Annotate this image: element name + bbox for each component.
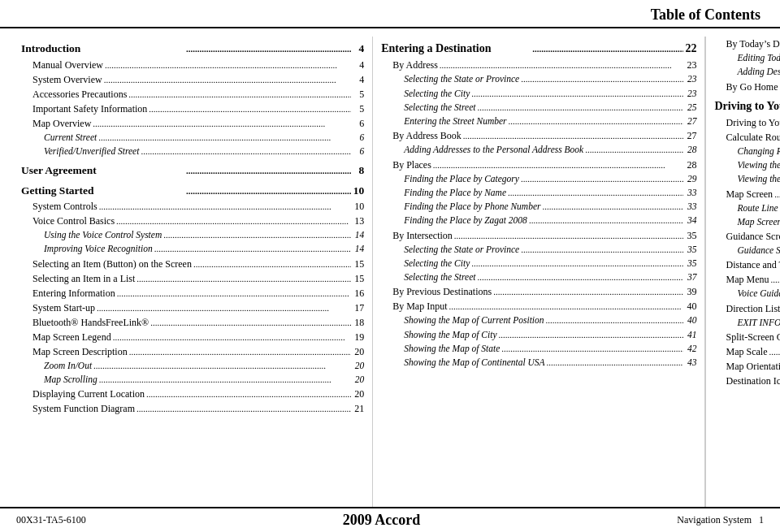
toc-entry: By Address .............................… [381,58,696,72]
toc-entry: Selecting an Item in a List ............… [21,271,364,286]
toc-entry-page: 35 [683,243,696,257]
toc-entry-title: Changing Routing Method [714,145,780,158]
toc-entry-title: Selecting an Item in a List [21,271,135,286]
toc-entry-title: Displaying Current Location [21,387,145,401]
toc-entry-page: 41 [683,328,696,342]
toc-entry-title: By Places [381,158,431,172]
toc-entry-page: 5 [351,102,364,116]
toc-entry-title: By Address [381,58,438,72]
section-heading: Driving to Your Destination ............… [714,98,780,115]
toc-entry-title: Editing Today’s Destinations List... [714,51,780,65]
toc-entry: Voice Control Basics ...................… [21,214,364,228]
section-heading-page: 4 [351,41,364,57]
toc-entry-title: Map Orientation [714,359,780,374]
section-heading-title: User Agreement [21,162,184,179]
toc-entry-page: 4 [351,58,364,72]
toc-entry-page: 20 [351,387,364,401]
toc-entry-page: 35 [683,257,696,270]
toc-entry: Destination Icon .......................… [714,374,780,388]
toc-entry: Selecting the State or Province ........… [381,243,696,257]
toc-entry-page: 14 [351,228,364,242]
toc-entry-title: Selecting the City [381,257,470,270]
toc-entry: Map Orientation ........................… [714,359,780,374]
toc-entry: By Go Home .............................… [714,80,780,94]
toc-entry-title: Selecting the Street [381,101,475,115]
toc-entry-page: 13 [351,214,364,228]
toc-entry-page: 33 [683,200,696,214]
toc-entry: Selecting an Item (Button) on the Screen… [21,257,364,271]
toc-entry: Finding the Place by Name ..............… [381,186,696,200]
toc-entry-page: 40 [683,314,696,327]
toc-entry-title: Map Screen Legend [21,330,111,344]
toc-entry: Guidance Screen Legend .................… [714,244,780,257]
toc-entry-title: Voice Guidance Prompts [714,287,780,301]
toc-entry: Voice Guidance Prompts .................… [714,287,780,301]
toc-entry: Displaying Current Location ............… [21,387,364,401]
toc-entry-title: By Go Home [714,80,778,94]
toc-entry: Adding Destinations to the List ........… [714,65,780,79]
toc-entry-page: 27 [683,115,696,128]
toc-entry-page: 20 [351,344,364,359]
toc-entry: Changing Routing Method ................… [714,145,780,158]
toc-entry-title: Selecting the Street [381,270,475,284]
toc-entry-page: 39 [683,284,696,299]
toc-entry: Adding Addresses to the Personal Address… [381,143,696,157]
section-heading-page: 8 [351,162,364,179]
toc-entry-page: 16 [351,286,364,301]
toc-entry-title: By Today’s Destinations [714,37,780,51]
section-heading-title: Entering a Destination [381,41,531,57]
toc-entry-title: Map Scrolling [21,373,98,387]
toc-entry-title: Current Street [21,131,97,145]
toc-entry-title: Showing the Map of State [381,342,500,356]
toc-entry: Improving Voice Recognition ............… [21,242,364,256]
toc-entry: Distance and Time to Destination .......… [714,257,780,272]
section-heading: Introduction ...........................… [21,41,364,57]
toc-entry: Map Overview ...........................… [21,116,364,131]
toc-entry-page: 4 [351,72,364,87]
toc-entry-page: 25 [683,101,696,115]
toc-entry-page: 15 [351,257,364,271]
toc-entry-page: 21 [351,401,364,416]
toc-column-3: By Today’s Destinations ................… [705,37,780,507]
section-heading-page: 22 [683,41,696,57]
toc-entry: Selecting the State or Province ........… [381,72,696,86]
toc-entry-title: Map Screen Description [21,344,128,359]
toc-entry-title: Accessories Precautions [21,87,127,102]
toc-entry-page: 28 [683,158,696,172]
toc-entry-title: System Controls [21,199,98,214]
toc-entry-title: Showing the Map of City [381,328,496,342]
toc-entry-title: Finding the Place by Name [381,186,506,200]
toc-entry: Showing the Map of City ................… [381,328,696,342]
toc-entry-page: 23 [683,87,696,101]
toc-entry-title: Showing the Map of Continental USA [381,356,544,370]
toc-entry-page: 34 [683,214,696,227]
toc-entry-title: Map Overview [21,116,91,131]
toc-entry: Viewing the Routes .....................… [714,158,780,172]
footer-model: 2009 Accord [86,512,678,529]
toc-entry-page: 17 [351,301,364,315]
toc-entry: Important Safety Information ...........… [21,102,364,116]
toc-entry: Map Screen Legend ......................… [714,215,780,229]
toc-entry: Selecting the Street ...................… [381,101,696,115]
toc-entry: Direction List .........................… [714,301,780,316]
toc-entry-page: 37 [683,270,696,284]
toc-entry: Viewing the Destination Map ............… [714,172,780,186]
toc-entry: Manual Overview ........................… [21,58,364,72]
toc-entry: Map Screen Legend ......................… [21,330,364,344]
toc-entry-page: 42 [683,342,696,356]
toc-entry-page: 6 [351,116,364,131]
toc-entry: Entering the Street Number .............… [381,115,696,128]
toc-entry: EXIT INFO (Freeway Exit Information) ...… [714,316,780,330]
toc-entry: Editing Today’s Destinations List...44 [714,51,780,65]
toc-entry-page: 23 [683,58,696,72]
toc-entry-title: Adding Destinations to the List [714,65,780,79]
toc-entry-title: Entering the Street Number [381,115,506,128]
toc-entry-page: 20 [351,359,364,373]
toc-entry-title: Driving to Your Destination [714,115,780,130]
toc-entry: Split-Screen Guidance ..................… [714,330,780,344]
toc-entry: System Function Diagram ................… [21,401,364,416]
toc-entry: Driving to Your Destination ............… [714,115,780,130]
toc-entry-title: Calculate Route to Screen [714,130,780,145]
toc-entry-page: 14 [351,242,364,256]
toc-entry-title: Map Menu [714,272,769,287]
